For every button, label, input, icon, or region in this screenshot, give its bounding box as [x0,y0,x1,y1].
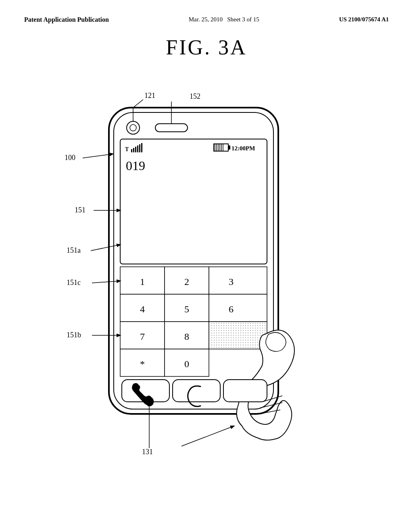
patent-diagram-svg: 121 152 T 12:00PM 019 1 [0,75,413,499]
svg-text:0: 0 [184,359,189,369]
svg-line-6 [133,100,143,108]
label-121: 121 [144,91,155,100]
header-center: Mar. 25, 2010 Sheet 3 of 15 [189,16,259,23]
svg-text:T: T [125,146,129,152]
svg-rect-30 [209,267,267,294]
svg-rect-50 [173,380,220,402]
svg-rect-11 [133,148,134,152]
header-right: US 2100/075674 A1 [339,16,389,23]
svg-line-58 [181,426,234,446]
svg-rect-43 [210,322,266,348]
svg-rect-17 [228,145,230,150]
label-152: 152 [190,92,200,100]
svg-text:4: 4 [140,304,145,314]
svg-rect-36 [209,294,267,322]
svg-text:12:00PM: 12:00PM [232,145,255,152]
label-151c: 151c [67,278,81,287]
svg-text:2: 2 [184,276,189,287]
svg-text:019: 019 [126,158,145,173]
label-151: 151 [75,206,86,214]
page-header: Patent Application Publication Mar. 25, … [0,0,413,27]
header-sheet: Sheet 3 of 15 [227,16,259,23]
label-151b: 151b [67,331,81,339]
figure-title: FIG. 3A [0,35,413,59]
svg-rect-8 [120,139,267,264]
svg-text:3: 3 [229,276,234,287]
label-151a: 151a [67,246,81,254]
svg-text:1: 1 [140,276,145,287]
svg-rect-51 [223,380,267,402]
label-131: 131 [142,448,153,456]
svg-rect-13 [137,145,138,152]
svg-text:*: * [140,359,145,369]
diagram-area: 121 152 T 12:00PM 019 1 [0,75,413,499]
svg-rect-14 [139,144,140,152]
header-left: Patent Application Publication [24,16,109,23]
svg-text:5: 5 [184,304,189,314]
label-100: 100 [65,154,75,162]
svg-text:7: 7 [140,331,145,342]
svg-text:8: 8 [184,331,189,342]
svg-rect-12 [135,147,136,152]
svg-rect-15 [141,143,142,152]
svg-point-3 [130,125,136,131]
header-date: Mar. 25, 2010 [189,16,223,23]
svg-text:6: 6 [229,304,234,314]
svg-rect-4 [155,124,188,132]
svg-rect-10 [131,149,132,152]
